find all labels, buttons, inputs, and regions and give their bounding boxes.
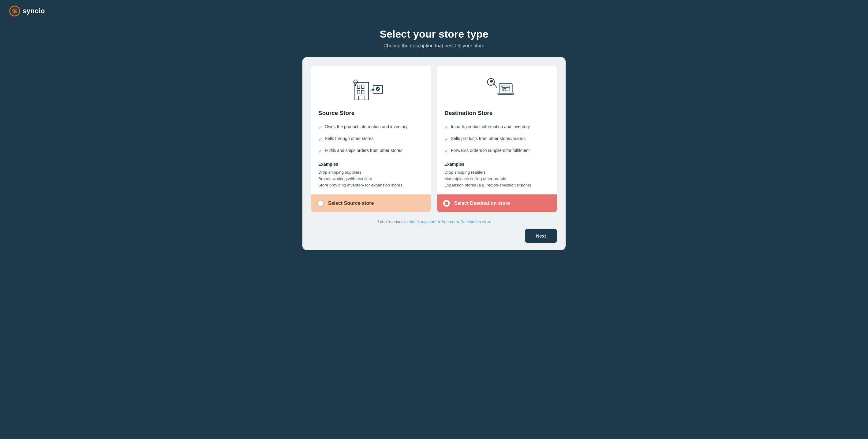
destination-examples-list: Drop shipping retailers Marketplaces sel… (444, 169, 550, 188)
check-icon-5: ✓ (444, 136, 448, 142)
source-examples: Examples Drop shipping suppliers Brands … (318, 162, 424, 188)
bottom-actions: Next (311, 229, 557, 243)
svg-point-13 (376, 87, 380, 91)
unsure-text: If you're unsure, read is my store a Sou… (311, 220, 557, 224)
store-cards: Source Store ✓ Owns the product informat… (311, 66, 557, 212)
select-destination-button[interactable]: Select Destination store (437, 195, 557, 212)
next-button[interactable]: Next (525, 229, 557, 243)
page-subtitle: Choose the description that best fits yo… (383, 43, 485, 48)
source-feature-3: ✓ Fulfils and ships orders from other st… (318, 145, 424, 157)
svg-line-15 (494, 84, 497, 88)
svg-rect-7 (359, 96, 365, 100)
dest-example-2: Marketplaces selling other brands (444, 175, 550, 182)
svg-rect-5 (357, 91, 360, 94)
check-icon-2: ✓ (318, 136, 322, 142)
source-store-card: Source Store ✓ Owns the product informat… (311, 66, 431, 212)
select-source-button[interactable]: Select Source store (311, 195, 431, 212)
source-store-image (351, 75, 391, 102)
svg-rect-4 (362, 85, 364, 88)
source-card-body: Source Store ✓ Owns the product informat… (311, 66, 431, 195)
destination-examples-label: Examples (444, 162, 550, 167)
source-feature-2: ✓ Sells through other stores (318, 133, 424, 145)
header: syncio (0, 0, 868, 22)
check-icon-3: ✓ (318, 148, 322, 154)
source-example-1: Drop shipping suppliers (318, 169, 424, 175)
destination-store-image (477, 75, 517, 102)
svg-rect-18 (498, 93, 514, 95)
destination-store-title: Destination Store (444, 110, 550, 116)
destination-examples: Examples Drop shipping retailers Marketp… (444, 162, 550, 188)
dest-example-1: Drop shipping retailers (444, 169, 550, 175)
logo: syncio (9, 5, 45, 16)
unsure-link[interactable]: read is my store a Source or Destination… (407, 220, 492, 224)
check-icon-4: ✓ (444, 125, 448, 130)
dest-feature-2: ✓ Sells products from other stores/brand… (444, 133, 550, 145)
source-examples-list: Drop shipping suppliers Brands working w… (318, 169, 424, 188)
destination-feature-list: ✓ Imports product information and invent… (444, 122, 550, 157)
main-content: Select your store type Choose the descri… (0, 22, 868, 439)
select-source-label: Select Source store (328, 201, 374, 206)
radio-inner-dot (445, 201, 448, 205)
svg-rect-3 (357, 85, 360, 88)
destination-illustration (444, 72, 550, 105)
logo-text: syncio (23, 7, 45, 15)
select-destination-label: Select Destination store (454, 201, 510, 206)
source-feature-list: ✓ Owns the product information and inven… (318, 122, 424, 157)
dest-feature-3: ✓ Forwards orders to suppliers for fulfi… (444, 145, 550, 157)
check-icon-1: ✓ (318, 125, 322, 130)
svg-point-1 (13, 10, 16, 12)
syncio-logo-icon (9, 5, 20, 16)
source-feature-1: ✓ Owns the product information and inven… (318, 122, 424, 133)
dest-feature-1: ✓ Imports product information and invent… (444, 122, 550, 133)
destination-store-card: Destination Store ✓ Imports product info… (437, 66, 557, 212)
svg-point-8 (353, 80, 358, 84)
source-example-2: Brands working with resellers (318, 175, 424, 182)
destination-card-body: Destination Store ✓ Imports product info… (437, 66, 557, 195)
source-card-footer: Select Source store (311, 195, 431, 212)
svg-rect-6 (362, 91, 364, 94)
check-icon-6: ✓ (444, 148, 448, 154)
source-illustration (318, 72, 424, 105)
card-container: Source Store ✓ Owns the product informat… (302, 57, 566, 250)
page-title: Select your store type (379, 28, 488, 40)
dest-example-3: Expansion stores (e.g. region-specific v… (444, 182, 550, 188)
source-radio (317, 200, 324, 207)
destination-card-footer: Select Destination store (437, 195, 557, 212)
source-store-title: Source Store (318, 110, 424, 116)
source-example-3: Store providing inventory for expansion … (318, 182, 424, 188)
destination-radio (443, 200, 450, 207)
source-examples-label: Examples (318, 162, 424, 167)
